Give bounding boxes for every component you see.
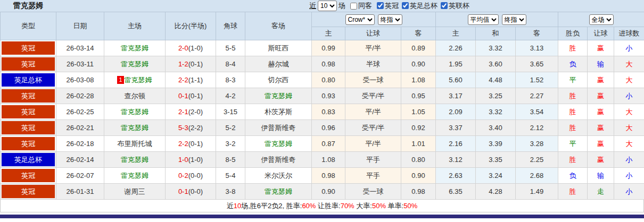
league-badge: 英冠 [2, 41, 55, 55]
asia-home-odds: 1.08 [312, 152, 345, 168]
avg-home-odds: 2.09 [436, 104, 476, 120]
home-team[interactable]: 1雷克瑟姆 [104, 72, 166, 88]
league-type-cell: 英冠 [1, 88, 56, 104]
full-time-score: 0-2 [178, 172, 188, 180]
home-team[interactable]: 雷克瑟姆 [104, 40, 166, 56]
avg-draw-odds: 4.28 [476, 184, 516, 200]
asia-away-odds: 0.90 [401, 56, 436, 72]
result-spf: 胜 [558, 184, 588, 200]
scope-select[interactable]: 全场 [589, 14, 614, 25]
bookmaker-select[interactable]: Crow* [345, 14, 375, 25]
match-date: 26-03-08 [56, 72, 104, 88]
page-title: 雷克瑟姆 [13, 1, 43, 11]
league-checkbox-0[interactable] [377, 2, 384, 9]
away-team[interactable]: 伊普斯维奇 [245, 120, 312, 136]
result-goals: 小 [614, 88, 644, 104]
result-spf: 胜 [558, 88, 588, 104]
same-away-label: 同客 [358, 1, 372, 11]
full-time-score: 2-2 [178, 140, 188, 148]
same-away-filter[interactable]: 同客 [347, 1, 372, 11]
league-label-0: 英冠 [385, 1, 399, 11]
result-handicap: 赢 [588, 136, 614, 152]
away-team[interactable]: 米尔沃尔 [245, 168, 312, 184]
asia-stage-select[interactable]: 终指 [378, 14, 402, 25]
avg-draw-odds: 3.32 [476, 104, 516, 120]
home-team[interactable]: 雷克瑟姆 [104, 56, 166, 72]
asia-away-odds: 1.01 [401, 136, 436, 152]
league-filter-1[interactable]: 英足总杯 [399, 1, 437, 11]
avg-draw-odds: 3.39 [476, 136, 516, 152]
league-type-cell: 英冠 [1, 184, 56, 200]
corner-score: 8-4 [216, 56, 245, 72]
asia-away-odds: 0.92 [401, 120, 436, 136]
match-tbody: 英冠 26-03-14 雷克瑟姆 2-0(1-0) 5-5 斯旺西 0.99 平… [1, 40, 644, 200]
avg-away-odds: 2.68 [516, 168, 558, 184]
avg-away-odds: 1.49 [516, 184, 558, 200]
home-team[interactable]: 雷克瑟姆 [104, 120, 166, 136]
away-team[interactable]: 朴茨茅斯 [245, 104, 312, 120]
col-header-date: 日期 [56, 12, 104, 40]
away-team[interactable]: 切尔西 [245, 72, 312, 88]
home-team[interactable]: 查尔顿 [104, 88, 166, 104]
col-header-asia-line: 让球 [345, 27, 401, 40]
corner-score: 5-2 [216, 120, 245, 136]
league-badge: 英冠 [2, 89, 55, 103]
recent-link[interactable]: 近 [309, 1, 316, 11]
summary-part: 近 [227, 202, 234, 210]
full-time-score: 0-1 [178, 92, 188, 100]
league-filter-0[interactable]: 英冠 [374, 1, 399, 11]
full-time-score: 2-2 [178, 76, 188, 84]
half-time-score: (0-1) [188, 140, 203, 148]
league-checkbox-1[interactable] [402, 2, 409, 9]
same-away-checkbox[interactable] [350, 3, 357, 10]
corner-score: 4-2 [216, 88, 245, 104]
eu-stage-select[interactable]: 终指 [502, 14, 526, 25]
home-team[interactable]: 谢周三 [104, 184, 166, 200]
avg-home-odds: 3.12 [436, 152, 476, 168]
asia-handicap: 平手 [345, 168, 401, 184]
home-team[interactable]: 雷克瑟姆 [104, 104, 166, 120]
match-date: 26-02-25 [56, 104, 104, 120]
corner-score: 5-5 [216, 40, 245, 56]
away-team[interactable]: 雷克瑟姆 [245, 184, 312, 200]
summary-stats: 近10场,胜6平2负2, 胜率:60% 让胜率:70% 大率:50% 单率:50… [0, 200, 644, 212]
league-badge: 英冠 [2, 57, 55, 71]
avg-away-odds: 3.54 [516, 104, 558, 120]
result-spf: 负 [558, 168, 588, 184]
home-team[interactable]: 布里斯托城 [104, 136, 166, 152]
away-team[interactable]: 雷克瑟姆 [245, 88, 312, 104]
avg-draw-odds: 3.24 [476, 168, 516, 184]
score-cell: 5-3(2-2) [166, 120, 216, 136]
league-filter-2[interactable]: 英联杯 [437, 1, 469, 11]
result-goals: 小 [614, 40, 644, 56]
result-goals: 小 [614, 152, 644, 168]
away-team[interactable]: 斯旺西 [245, 40, 312, 56]
asia-odds-group-header: Crow* 终指 [312, 12, 436, 27]
result-handicap: 走 [588, 184, 614, 200]
away-team[interactable]: 赫尔城 [245, 56, 312, 72]
asia-handicap: 半球 [345, 56, 401, 72]
score-cell: 0-1(0-1) [166, 88, 216, 104]
avg-draw-odds: 3.60 [476, 56, 516, 72]
match-date: 26-02-21 [56, 120, 104, 136]
col-header-away: 客场 [245, 12, 312, 40]
home-team[interactable]: 雷克瑟姆 [104, 168, 166, 184]
half-time-score: (0-1) [188, 60, 203, 68]
away-team[interactable]: 雷克瑟姆 [245, 136, 312, 152]
score-cell: 0-1(0-0) [166, 184, 216, 200]
eu-source-select[interactable]: 平均值 [468, 14, 499, 25]
result-spf: 胜 [558, 152, 588, 168]
score-cell: 2-2(0-1) [166, 136, 216, 152]
avg-draw-odds: 3.32 [476, 40, 516, 56]
home-team[interactable]: 雷克瑟姆 [104, 152, 166, 168]
table-row: 英冠 26-02-18 布里斯托城 2-2(0-1) 3-2 雷克瑟姆 0.87… [1, 136, 644, 152]
score-cell: 2-0(1-0) [166, 40, 216, 56]
away-team[interactable]: 伊普斯维奇 [245, 152, 312, 168]
result-goals: 小 [614, 184, 644, 200]
result-handicap: 输 [588, 168, 614, 184]
rank-badge: 1 [117, 76, 123, 84]
recent-count-select[interactable]: 10 [318, 1, 337, 11]
score-cell: 1-0(1-0) [166, 152, 216, 168]
league-checkbox-2[interactable] [441, 2, 448, 9]
full-time-score: 2-0 [178, 44, 188, 52]
